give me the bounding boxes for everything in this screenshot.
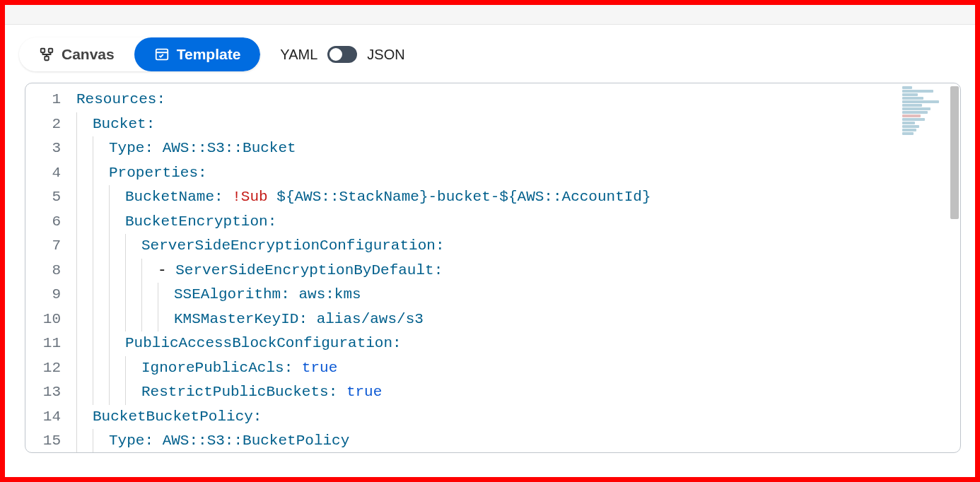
svg-rect-2 <box>45 57 49 61</box>
line-number: 14 <box>25 405 61 430</box>
code-line[interactable]: KMSMasterKeyID: alias/aws/s3 <box>76 307 960 332</box>
line-number: 5 <box>25 185 61 210</box>
svg-rect-1 <box>49 49 53 53</box>
line-number: 13 <box>25 380 61 405</box>
code-line[interactable]: Resources: <box>76 88 960 112</box>
code-line[interactable]: PublicAccessBlockConfiguration: <box>76 331 960 356</box>
format-toggle: YAML JSON <box>280 46 404 63</box>
code-line[interactable]: Type: AWS::S3::BucketPolicy <box>76 429 960 452</box>
line-number: 1 <box>25 88 61 112</box>
canvas-icon <box>39 47 54 62</box>
code-line[interactable]: - ServerSideEncryptionByDefault: <box>76 259 960 283</box>
code-line[interactable]: BucketName: !Sub ${AWS::StackName}-bucke… <box>76 185 960 210</box>
line-number: 12 <box>25 356 61 381</box>
view-tab-group: Canvas Template <box>19 37 260 71</box>
svg-rect-0 <box>41 49 45 53</box>
line-number: 10 <box>25 307 61 332</box>
code-line[interactable]: RestrictPublicBuckets: true <box>76 380 960 405</box>
format-label-yaml: YAML <box>280 47 317 63</box>
code-line[interactable]: ServerSideEncryptionConfiguration: <box>76 234 960 259</box>
header-strip <box>5 5 975 25</box>
code-line[interactable]: Type: AWS::S3::Bucket <box>76 136 960 161</box>
line-number: 11 <box>25 331 61 356</box>
vertical-scrollbar[interactable] <box>950 86 959 219</box>
tab-template[interactable]: Template <box>134 37 261 71</box>
template-icon <box>154 47 170 62</box>
line-number: 9 <box>25 283 61 307</box>
code-line[interactable]: BucketEncryption: <box>76 210 960 235</box>
tab-canvas-label: Canvas <box>62 46 115 63</box>
line-number: 2 <box>25 112 61 137</box>
tab-canvas[interactable]: Canvas <box>19 37 134 71</box>
svg-rect-3 <box>156 49 168 60</box>
line-number: 7 <box>25 234 61 259</box>
format-switch[interactable] <box>327 46 357 63</box>
format-label-json: JSON <box>367 47 404 63</box>
toolbar: Canvas Template YAML JSON <box>5 25 975 81</box>
switch-knob <box>329 48 342 61</box>
code-editor[interactable]: 123456789101112131415 Resources:Bucket:T… <box>25 83 961 453</box>
tab-template-label: Template <box>177 46 241 63</box>
code-line[interactable]: Properties: <box>76 161 960 186</box>
code-line[interactable]: BucketBucketPolicy: <box>76 405 960 430</box>
line-number: 3 <box>25 136 61 161</box>
code-line[interactable]: Bucket: <box>76 112 960 137</box>
line-number: 8 <box>25 259 61 283</box>
code-line[interactable]: SSEAlgorithm: aws:kms <box>76 283 960 307</box>
line-number: 6 <box>25 210 61 235</box>
line-number: 4 <box>25 161 61 186</box>
code-area[interactable]: Resources:Bucket:Type: AWS::S3::BucketPr… <box>76 83 960 452</box>
line-number: 15 <box>25 429 61 453</box>
line-number-gutter: 123456789101112131415 <box>25 83 76 452</box>
code-line[interactable]: IgnorePublicAcls: true <box>76 356 960 381</box>
